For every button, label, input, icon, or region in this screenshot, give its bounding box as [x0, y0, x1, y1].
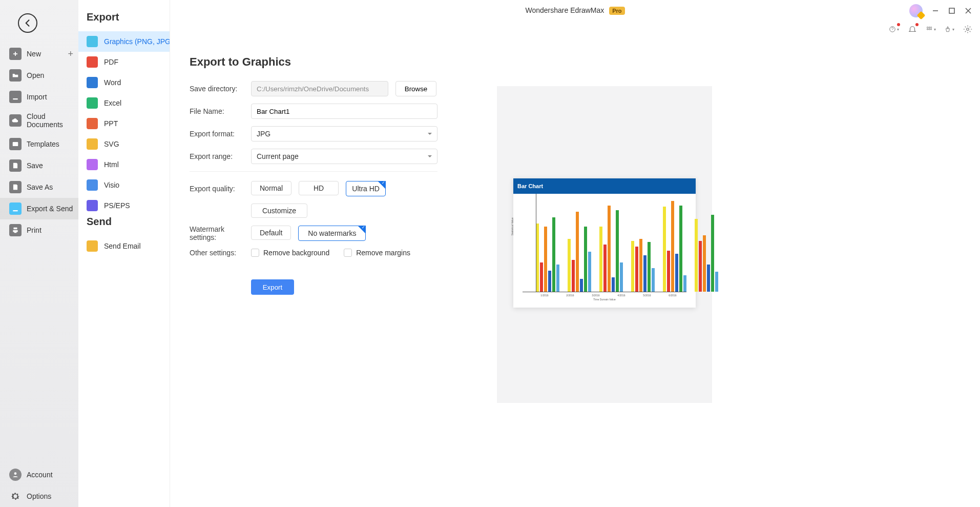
- close-button[interactable]: [965, 7, 972, 14]
- chart-bar: [556, 265, 559, 292]
- export-form: Export to Graphics Save directory: Brows…: [190, 55, 476, 403]
- settings-icon[interactable]: [963, 24, 973, 34]
- format-label: Export format:: [190, 130, 251, 138]
- sidebar-item-cloud[interactable]: Cloud Documents: [0, 108, 78, 133]
- checkbox-icon: [251, 249, 259, 257]
- quality-label: Export quality:: [190, 185, 251, 193]
- chart-bar: [616, 210, 619, 292]
- export-item-visio[interactable]: Visio: [78, 175, 170, 195]
- customize-button[interactable]: Customize: [251, 204, 307, 218]
- sidebar-item-label: Export & Send: [27, 205, 73, 213]
- avatar[interactable]: [909, 4, 923, 17]
- watermark-default[interactable]: Default: [251, 226, 291, 240]
- chart-group: [663, 201, 686, 292]
- sidebar-item-label: Import: [27, 93, 47, 101]
- chart-bar: [671, 201, 674, 292]
- quality-ultra-hd[interactable]: Ultra HD: [346, 181, 386, 196]
- watermark-none[interactable]: No watermarks: [298, 226, 366, 241]
- sidebar-item-options[interactable]: Options: [0, 485, 78, 507]
- maximize-button[interactable]: [948, 7, 955, 14]
- export-item-label: PDF: [104, 58, 118, 66]
- file-type-icon: [87, 118, 98, 129]
- gear-icon: [9, 490, 22, 502]
- sidebar-item-open[interactable]: Open: [0, 65, 78, 86]
- export-item-graphics-png-jpg-et-[interactable]: Graphics (PNG, JPG et...: [78, 31, 170, 52]
- file-type-icon: [87, 138, 98, 150]
- export-item-html[interactable]: Html: [78, 154, 170, 175]
- quality-normal[interactable]: Normal: [251, 181, 291, 195]
- help-icon[interactable]: ▾: [889, 24, 899, 34]
- chart-bar: [584, 227, 587, 292]
- chart-bar: [544, 227, 547, 292]
- svg-point-9: [930, 29, 931, 30]
- save-dir-input[interactable]: [251, 81, 388, 96]
- sidebar-item-import[interactable]: Import: [0, 86, 78, 108]
- export-item-word[interactable]: Word: [78, 72, 170, 93]
- format-select[interactable]: JPG: [251, 126, 437, 141]
- sidebar-item-export-send[interactable]: Export & Send: [0, 198, 78, 219]
- minimize-button[interactable]: [932, 7, 939, 14]
- sidebar-item-account[interactable]: Account: [0, 464, 78, 485]
- range-select[interactable]: Current page: [251, 149, 437, 164]
- chart-bar: [715, 272, 718, 292]
- back-button[interactable]: [18, 13, 37, 33]
- preview-title: Bar Chart: [513, 178, 696, 194]
- sidebar-item-print[interactable]: Print: [0, 219, 78, 241]
- sidebar-item-templates[interactable]: Templates: [0, 133, 78, 155]
- chart-bar: [603, 245, 607, 292]
- send-item-label: Send Email: [104, 242, 141, 250]
- cloud-icon: [9, 114, 22, 127]
- chart-bar: [620, 262, 623, 292]
- chart-group: [631, 201, 655, 292]
- file-name-input[interactable]: [251, 104, 437, 119]
- export-item-excel[interactable]: Excel: [78, 93, 170, 113]
- sidebar-item-label: New: [27, 50, 41, 58]
- svg-point-8: [929, 29, 930, 30]
- sidebar-item-label: Options: [27, 492, 51, 500]
- chart-bar: [612, 277, 615, 292]
- titlebar: Wondershare EdrawMax Pro: [170, 0, 980, 21]
- browse-button[interactable]: Browse: [395, 81, 436, 96]
- main-panel: Wondershare EdrawMax Pro ▾ ▾ ▾ Export to…: [170, 0, 980, 507]
- export-item-pdf[interactable]: PDF: [78, 52, 170, 72]
- sidebar-item-save-as[interactable]: Save As: [0, 176, 78, 198]
- export-title: Export: [78, 11, 170, 31]
- apps-icon[interactable]: ▾: [926, 24, 936, 34]
- chart-bar: [580, 279, 583, 292]
- send-title: Send: [78, 216, 170, 236]
- sidebar-item-new[interactable]: New +: [0, 43, 78, 65]
- app-title: Wondershare EdrawMax Pro: [170, 6, 980, 14]
- export-item-ppt[interactable]: PPT: [78, 113, 170, 134]
- other-label: Other settings:: [190, 249, 251, 257]
- range-label: Export range:: [190, 152, 251, 160]
- svg-point-10: [967, 28, 969, 31]
- export-button[interactable]: Export: [251, 279, 294, 295]
- file-type-icon: [87, 179, 98, 191]
- save-dir-label: Save directory:: [190, 85, 251, 93]
- chart-bar: [683, 275, 686, 292]
- export-item-ps-eps[interactable]: PS/EPS: [78, 195, 170, 216]
- bell-icon[interactable]: [907, 24, 918, 34]
- chart-bar: [552, 217, 555, 292]
- send-item-email[interactable]: Send Email: [78, 236, 170, 256]
- chart-bar: [699, 241, 702, 292]
- quality-hd[interactable]: HD: [299, 181, 339, 195]
- theme-icon[interactable]: ▾: [944, 24, 954, 34]
- print-icon: [9, 224, 22, 236]
- new-submenu-icon[interactable]: +: [68, 49, 73, 59]
- sidebar-item-label: Account: [27, 471, 53, 479]
- chart-bar: [599, 227, 602, 292]
- divider: [190, 171, 437, 172]
- pro-badge: Pro: [609, 7, 624, 15]
- mail-icon: [87, 240, 98, 252]
- account-icon: [9, 469, 22, 481]
- sidebar-item-save[interactable]: Save: [0, 155, 78, 176]
- export-item-label: Graphics (PNG, JPG et...: [104, 37, 170, 46]
- remove-bg-checkbox[interactable]: Remove background: [251, 249, 329, 257]
- file-type-icon: [87, 200, 98, 211]
- export-item-label: Excel: [104, 99, 121, 107]
- remove-margins-checkbox[interactable]: Remove margins: [344, 249, 410, 257]
- chart-bar: [536, 224, 539, 292]
- file-type-icon: [87, 77, 98, 88]
- export-item-svg[interactable]: SVG: [78, 134, 170, 154]
